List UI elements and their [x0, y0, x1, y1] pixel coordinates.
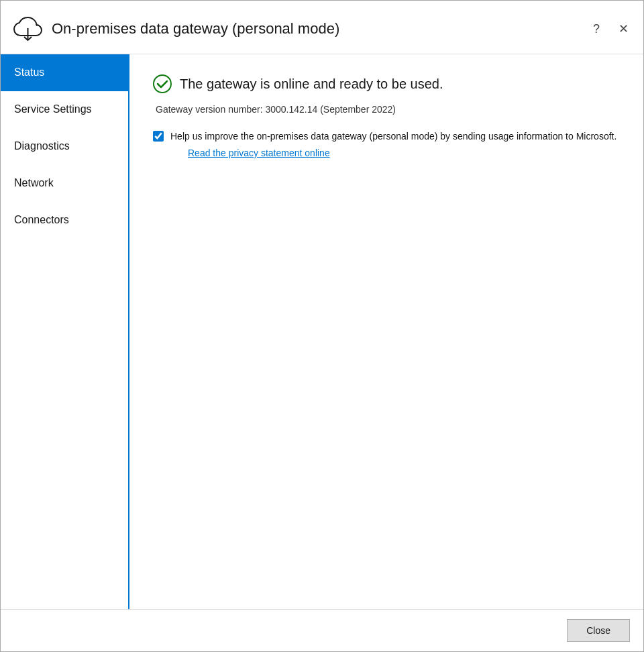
app-window: On-premises data gateway (personal mode)… — [0, 0, 644, 652]
footer: Close — [1, 609, 643, 651]
svg-point-1 — [154, 75, 171, 93]
sidebar-item-network[interactable]: Network — [1, 165, 128, 202]
improve-checkbox[interactable] — [153, 131, 164, 142]
help-button[interactable]: ? — [589, 21, 604, 36]
version-text: Gateway version number: 3000.142.14 (Sep… — [156, 104, 620, 115]
privacy-link[interactable]: Read the privacy statement online — [188, 148, 616, 158]
title-left: On-premises data gateway (personal mode) — [11, 15, 339, 43]
status-row: The gateway is online and ready to be us… — [153, 74, 620, 93]
close-window-button[interactable]: ✕ — [614, 21, 633, 36]
title-bar: On-premises data gateway (personal mode)… — [1, 1, 643, 54]
main-content: The gateway is online and ready to be us… — [129, 54, 643, 609]
sidebar-item-diagnostics[interactable]: Diagnostics — [1, 128, 128, 165]
content-area: Status Service Settings Diagnostics Netw… — [1, 54, 643, 609]
status-message: The gateway is online and ready to be us… — [180, 76, 443, 92]
sidebar-item-connectors[interactable]: Connectors — [1, 202, 128, 239]
sidebar-item-service-settings[interactable]: Service Settings — [1, 91, 128, 128]
checkbox-label-container: Help us improve the on-premises data gat… — [170, 129, 616, 158]
help-text: Help us improve the on-premises data gat… — [170, 129, 616, 144]
sidebar: Status Service Settings Diagnostics Netw… — [1, 54, 129, 609]
sidebar-item-status[interactable]: Status — [1, 54, 128, 91]
status-check-icon — [153, 74, 172, 93]
title-controls: ? ✕ — [589, 21, 633, 36]
checkbox-row: Help us improve the on-premises data gat… — [153, 129, 620, 158]
window-title: On-premises data gateway (personal mode) — [52, 20, 339, 38]
cloud-upload-icon — [11, 15, 44, 43]
close-button[interactable]: Close — [567, 619, 630, 642]
